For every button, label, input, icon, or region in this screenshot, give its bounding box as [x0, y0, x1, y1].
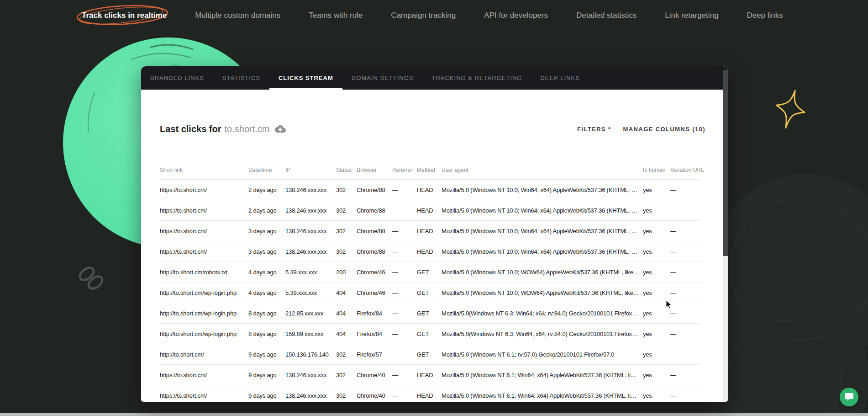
top-navigation: Track clicks in realtimeMultiple custom …: [0, 0, 868, 31]
title-row: Last clicks for to.short.cm FILTERS * MA…: [160, 121, 705, 137]
table-cell: https://to.short.cm/: [160, 365, 248, 385]
table-cell: GET: [417, 262, 442, 283]
column-header[interactable]: Short link: [160, 161, 248, 180]
table-body: https://to.short.cm/2 days ago138.246.xx…: [160, 180, 701, 406]
column-header[interactable]: Referrer: [392, 161, 417, 180]
column-header[interactable]: Status: [336, 161, 357, 180]
column-header[interactable]: Date/time: [248, 161, 285, 180]
table-cell: GET: [417, 283, 442, 303]
table-cell: HEAD: [417, 365, 442, 385]
column-header[interactable]: Browser: [357, 161, 392, 180]
table-cell: —: [392, 283, 417, 303]
column-header[interactable]: IP: [285, 161, 336, 180]
table-cell: yes: [643, 221, 670, 241]
table-cell: —: [670, 200, 701, 221]
table-cell: http://to.short.cm/robots.txt: [160, 262, 248, 283]
tab-statistics[interactable]: STATISTICS: [213, 66, 269, 90]
table-cell: http://to.short.cm/wp-login.php: [160, 303, 248, 324]
table-cell: http://to.short.cm/wp-login.php: [160, 324, 248, 344]
nav-item[interactable]: Link retargeting: [665, 11, 718, 20]
table-cell: 4 days ago: [248, 283, 285, 303]
table-cell: —: [670, 241, 701, 262]
table-cell: 3 days ago: [248, 221, 285, 241]
table-cell: 150.136.176.140: [285, 344, 336, 365]
table-cell: Mozilla/5.0(Windows NT 6.3; Win64; x64; …: [442, 324, 643, 344]
filters-button[interactable]: FILTERS *: [577, 126, 611, 133]
table-cell: —: [392, 241, 417, 262]
table-cell: —: [670, 303, 701, 324]
table-row: http://to.short.cm/wp-login.php4 days ag…: [160, 283, 701, 303]
column-header[interactable]: Method: [417, 161, 442, 180]
table-cell: Chrome/88: [357, 200, 392, 221]
nav-item[interactable]: Deep links: [747, 11, 783, 20]
domain-name: to.short.cm: [225, 124, 270, 134]
table-cell: —: [392, 200, 417, 221]
manage-columns-button[interactable]: MANAGE COLUMNS (10): [623, 126, 705, 133]
table-cell: HEAD: [417, 180, 442, 200]
table-cell: 138.246.xxx.xxx: [285, 241, 336, 262]
table-cell: —: [392, 262, 417, 283]
sparkle-icon: [772, 88, 809, 130]
table-cell: —: [392, 344, 417, 365]
nav-item[interactable]: Multiple custom domains: [195, 11, 280, 20]
table-cell: yes: [643, 200, 670, 221]
column-header[interactable]: Variation URL: [670, 161, 701, 180]
table-cell: https://to.short.cm/: [160, 221, 248, 241]
nav-item[interactable]: Teams with role: [309, 11, 363, 20]
page-title: Last clicks for: [160, 124, 221, 134]
table-cell: GET: [417, 344, 442, 365]
table-cell: 138.246.xxx.xxx: [285, 200, 336, 221]
table-cell: Chrome/46: [357, 283, 392, 303]
table-cell: HEAD: [417, 241, 442, 262]
table-cell: 9 days ago: [248, 344, 285, 365]
table-cell: 2 days ago: [248, 200, 285, 221]
table-cell: 138.246.xxx.xxx: [285, 221, 336, 241]
table-cell: 302: [336, 221, 357, 241]
table-cell: HEAD: [417, 385, 442, 406]
table-cell: Chrome/88: [357, 180, 392, 200]
chat-launcher-button[interactable]: [840, 388, 858, 406]
bottom-strip: [0, 413, 868, 416]
table-cell: 8 days ago: [248, 324, 285, 344]
table-cell: 200: [336, 262, 357, 283]
table-row: http://to.short.cm/wp-login.php8 days ag…: [160, 303, 701, 324]
nav-item[interactable]: API for developers: [484, 11, 548, 20]
table-cell: Mozilla/5.0 (Windows NT 10.0; WOW64) App…: [442, 262, 643, 283]
table-cell: yes: [643, 385, 670, 406]
table-cell: 302: [336, 200, 357, 221]
table-cell: 302: [336, 365, 357, 385]
table-cell: Mozilla/5.0 (Windows NT 6.1; rv:57.0) Ge…: [442, 344, 643, 365]
table-cell: —: [392, 324, 417, 344]
table-cell: yes: [643, 365, 670, 385]
column-header[interactable]: User agent: [442, 161, 643, 180]
table-cell: yes: [643, 324, 670, 344]
table-row: https://to.short.cm/9 days ago138.246.xx…: [160, 365, 701, 385]
nav-item[interactable]: Detailed statistics: [576, 11, 637, 20]
column-header[interactable]: Is human: [643, 161, 670, 180]
table-cell: HEAD: [417, 200, 442, 221]
tab-deep-links[interactable]: DEEP LINKS: [531, 66, 589, 90]
table-cell: 138.246.xxx.xxx: [285, 365, 336, 385]
table-row: https://to.short.cm/2 days ago138.246.xx…: [160, 180, 701, 200]
tab-clicks-stream[interactable]: CLICKS STREAM: [269, 66, 342, 90]
table-cell: Firefox/84: [357, 303, 392, 324]
table-cell: yes: [643, 180, 670, 200]
table-actions: FILTERS * MANAGE COLUMNS (10): [577, 126, 705, 133]
table-cell: 302: [336, 180, 357, 200]
table-cell: 2 days ago: [248, 180, 285, 200]
nav-item[interactable]: Campaign tracking: [391, 11, 456, 20]
table-cell: 302: [336, 241, 357, 262]
nav-item[interactable]: Track clicks in realtime: [82, 11, 167, 20]
table-cell: —: [392, 385, 417, 406]
tab-tracking-retargeting[interactable]: TRACKING & RETARGETING: [422, 66, 531, 90]
table-cell: 8 days ago: [248, 303, 285, 324]
clicks-table: Short linkDate/timeIPStatusBrowserReferr…: [160, 161, 701, 405]
tab-branded-links[interactable]: BRANDED LINKS: [141, 66, 213, 90]
table-cell: 159.89.xxx.xxx: [285, 324, 336, 344]
tab-domain-settings[interactable]: DOMAIN SETTINGS: [342, 66, 423, 90]
table-cell: https://to.short.cm/: [160, 385, 248, 406]
table-cell: https://to.short.cm/: [160, 241, 248, 262]
cloud-download-icon[interactable]: [275, 123, 286, 134]
table-cell: https://to.short.cm/: [160, 180, 248, 200]
scrollbar-thumb[interactable]: [723, 70, 728, 256]
